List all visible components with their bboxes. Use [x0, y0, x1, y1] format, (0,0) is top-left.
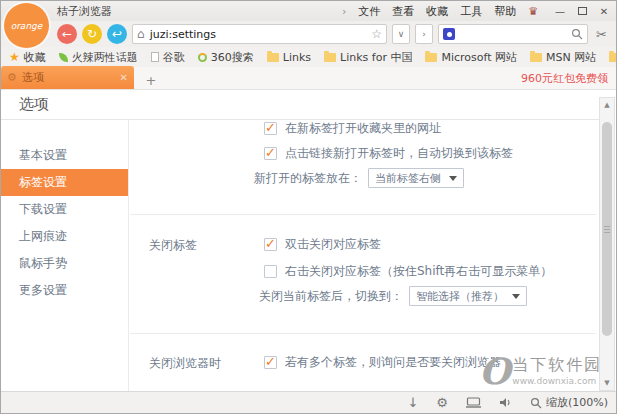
leaf-icon [59, 53, 68, 62]
page-icon [151, 52, 159, 62]
zoom-search-icon [530, 397, 542, 409]
section-title-close-browser: 关闭浏览器时 [149, 355, 221, 372]
tab-options[interactable]: ⚙ 选项 ✕ [1, 66, 134, 89]
checkbox-auto-switch[interactable] [264, 147, 277, 160]
watermark-logo: O [479, 355, 510, 387]
divider [130, 214, 596, 215]
screen-icon[interactable] [466, 397, 481, 408]
menu-help[interactable]: 帮助 [494, 4, 516, 19]
promo-link[interactable]: 960元红包免费领 [521, 71, 616, 86]
search-icon[interactable] [571, 28, 583, 40]
zoom-control[interactable]: 缩放(100%) [530, 395, 608, 410]
setting-row: 新打开的标签放在： 当前标签右侧 [254, 168, 464, 188]
chevron-down-icon [449, 176, 457, 181]
menu-file[interactable]: 文件 [358, 4, 380, 19]
status-bar: ↓ ⚙ 缩放(100%) [1, 391, 616, 413]
tab-close-icon[interactable]: ✕ [120, 72, 128, 83]
setting-label: 若有多个标签，则询问是否要关闭浏览器 [285, 354, 501, 371]
chevron-right-icon[interactable]: › [342, 6, 346, 17]
new-tab-button[interactable]: + [140, 71, 162, 89]
page-title: 选项 [19, 95, 49, 114]
menu-favorites[interactable]: 收藏 [426, 4, 448, 19]
tab-bar: ⚙ 选项 ✕ + 960元红包免费领 [1, 67, 616, 90]
settings-page: 选项 基本设置 标签设置 下载设置 上网痕迹 鼠标手势 更多设置 在新标签打开收… [1, 90, 616, 391]
scroll-up-icon[interactable]: ▲ [600, 101, 614, 109]
gear-icon[interactable]: ⚙ [436, 395, 448, 410]
navigation-bar: ← ↻ ↩ ⌂ juzi:settings ☆ ∨ › ✂ [1, 21, 616, 47]
search-input[interactable] [459, 28, 567, 40]
setting-row: 点击链接新打开标签时，自动切换到该标签 [264, 145, 513, 162]
checkbox-ask-on-close[interactable] [264, 356, 277, 369]
sidebar-item-basic[interactable]: 基本设置 [1, 142, 128, 169]
bookmark-favorites[interactable]: ★ 收藏 [9, 50, 46, 65]
sidebar-item-gestures[interactable]: 鼠标手势 [1, 250, 128, 277]
dropdown-value: 智能选择（推荐） [416, 289, 504, 304]
setting-label: 双击关闭对应标签 [285, 236, 381, 253]
settings-sidebar: 基本设置 标签设置 下载设置 上网痕迹 鼠标手势 更多设置 [1, 120, 129, 391]
setting-label: 新打开的标签放在： [254, 170, 362, 187]
bookmark-folder[interactable]: Microsoft 网站 [425, 50, 517, 65]
back-button[interactable]: ← [57, 24, 77, 44]
bookmark-folder[interactable]: Links [267, 51, 311, 64]
address-bar[interactable]: ⌂ juzi:settings ☆ [132, 24, 387, 44]
app-logo: orange [4, 3, 49, 48]
sidebar-item-more[interactable]: 更多设置 [1, 277, 128, 304]
sidebar-item-download[interactable]: 下载设置 [1, 196, 128, 223]
setting-row: 在新标签打开收藏夹里的网址 [264, 120, 441, 137]
crown-icon[interactable]: ♛ [528, 5, 538, 18]
folder-icon [267, 53, 279, 62]
dropdown-value: 当前标签右侧 [375, 171, 441, 186]
divider [130, 333, 596, 334]
bookmark-item[interactable]: 360搜索 [198, 50, 254, 65]
setting-label: 在新标签打开收藏夹里的网址 [285, 120, 441, 137]
setting-row: 若有多个标签，则询问是否要关闭浏览器 [264, 354, 501, 371]
app-title: 桔子浏览器 [57, 4, 112, 19]
folder-icon [530, 53, 542, 62]
checkbox-open-fav[interactable] [264, 122, 277, 135]
sidebar-item-history[interactable]: 上网痕迹 [1, 223, 128, 250]
bookmark-folder[interactable]: Windows Live [609, 51, 616, 64]
download-icon[interactable]: ↓ [407, 395, 418, 410]
menu-view[interactable]: 查看 [392, 4, 414, 19]
close-button[interactable]: ✕ [598, 6, 610, 17]
address-text[interactable]: juzi:settings [150, 28, 367, 41]
scroll-down-icon[interactable]: ▼ [600, 379, 614, 387]
bookmark-item[interactable]: 谷歌 [151, 50, 185, 65]
switch-to-dropdown[interactable]: 智能选择（推荐） [409, 286, 527, 306]
scrollbar-thumb[interactable] [602, 122, 612, 336]
checkbox-dblclick-close[interactable] [264, 238, 277, 251]
maximize-button[interactable] [576, 6, 588, 17]
refresh-button[interactable]: ↻ [82, 24, 102, 44]
zoom-level: 缩放(100%) [546, 395, 608, 410]
folder-icon [609, 53, 616, 62]
chevron-down-icon [512, 294, 520, 299]
setting-label: 点击链接新打开标签时，自动切换到该标签 [285, 145, 513, 162]
sidebar-item-tabs[interactable]: 标签设置 [1, 169, 128, 196]
360-search-icon [198, 53, 207, 62]
scissors-icon[interactable]: ✂ [593, 27, 610, 42]
address-dropdown-button[interactable]: ∨ [392, 24, 410, 44]
newtab-position-dropdown[interactable]: 当前标签右侧 [368, 168, 464, 188]
scrollbar[interactable]: ▲ ▼ [599, 97, 615, 391]
folder-icon [324, 53, 336, 62]
bookmark-item[interactable]: 火辣两性话题 [59, 50, 138, 65]
folder-icon [425, 53, 437, 62]
home-button[interactable]: ↩ [107, 24, 127, 44]
home-icon[interactable]: ⌂ [137, 27, 145, 41]
gear-icon: ⚙ [7, 71, 17, 84]
bookmark-folder[interactable]: Links for 中国 [324, 50, 412, 65]
section-title-close-tab: 关闭标签 [149, 237, 197, 254]
search-engine-icon[interactable] [443, 28, 455, 40]
speaker-icon[interactable] [499, 397, 512, 408]
title-bar: orange 桔子浏览器 › 文件 查看 收藏 工具 帮助 ♛ — ✕ [1, 1, 616, 21]
menu-tools[interactable]: 工具 [460, 4, 482, 19]
search-box[interactable] [438, 24, 588, 44]
setting-label: 右击关闭对应标签（按住Shift再右击可显示菜单） [285, 263, 552, 280]
minimize-button[interactable]: — [554, 6, 566, 17]
watermark-url: www.downxia.com [512, 376, 602, 386]
bookmark-folder[interactable]: MSN 网站 [530, 50, 596, 65]
bookmark-star-icon[interactable]: ☆ [371, 27, 382, 41]
watermark: O 当下软件园 www.downxia.com [479, 355, 602, 387]
checkbox-rightclick-close[interactable] [264, 265, 277, 278]
go-button[interactable]: › [415, 24, 433, 44]
